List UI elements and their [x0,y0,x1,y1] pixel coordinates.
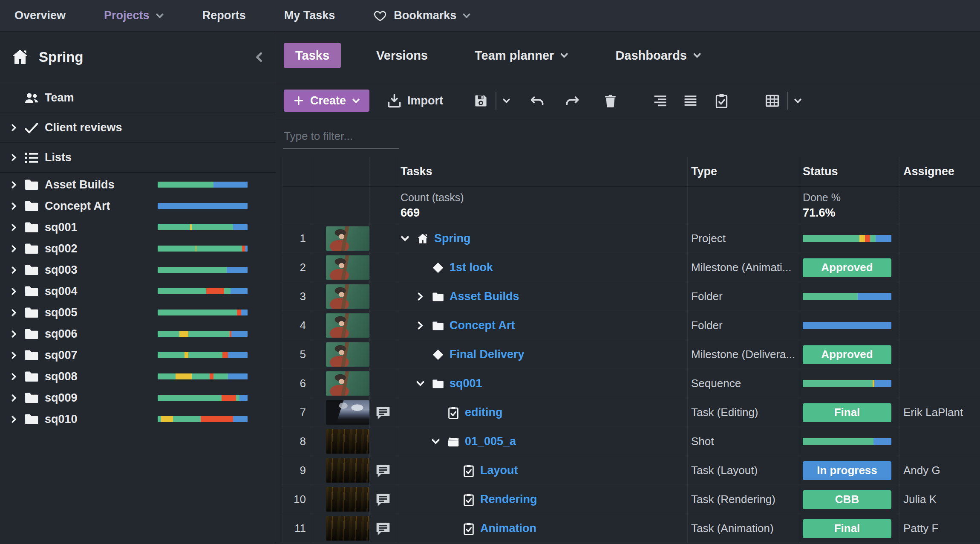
nav-item-reports[interactable]: Reports [202,9,246,22]
grid-options-caret-icon[interactable] [794,97,802,105]
delete-icon[interactable] [602,93,618,109]
redo-icon[interactable] [565,93,580,109]
bar-segment-blue [231,331,248,337]
column-header-status[interactable]: Status [800,157,899,186]
tab-dashboards[interactable]: Dashboards [604,43,713,68]
expand-caret-icon[interactable] [10,287,18,295]
expand-caret-icon[interactable] [10,202,18,210]
tab-tasks[interactable]: Tasks [284,43,341,68]
expand-caret-icon[interactable] [10,330,18,338]
sidebar-item-sq006[interactable]: sq006 [0,323,276,344]
expand-caret-icon[interactable] [10,153,18,162]
task-link[interactable]: Spring [434,232,471,245]
task-link[interactable]: sq001 [450,377,482,390]
sidebar-item-client-reviews[interactable]: Client reviews [0,113,276,143]
expand-caret-icon[interactable] [431,437,440,446]
table-grid-icon[interactable] [764,93,780,109]
task-link[interactable]: 1st look [450,261,493,274]
tab-team-planner[interactable]: Team planner [463,43,580,68]
sidebar-item-sq009[interactable]: sq009 [0,387,276,408]
sidebar-item-sq007[interactable]: sq007 [0,344,276,366]
chevron-down-icon [560,51,568,60]
status-badge[interactable]: CBB [803,490,891,509]
status-badge[interactable]: Approved [803,258,891,277]
expand-caret-icon[interactable] [416,321,425,330]
nav-item-my-tasks[interactable]: My Tasks [284,9,335,22]
column-header-tasks[interactable]: Tasks [396,157,687,186]
sidebar-item-sq008[interactable]: sq008 [0,366,276,387]
column-header-assignee[interactable]: Assignee [899,157,980,186]
expand-caret-icon[interactable] [10,373,18,381]
note-icon[interactable] [375,491,392,508]
justify-lines-icon[interactable] [683,93,698,109]
expand-caret-icon[interactable] [10,394,18,402]
status-badge[interactable]: Approved [803,345,891,364]
sidebar-item-sq002[interactable]: sq002 [0,238,276,259]
task-link[interactable]: editing [465,406,503,419]
task-link[interactable]: Animation [480,522,536,535]
expand-caret-icon[interactable] [416,379,425,388]
create-button[interactable]: Create [284,90,369,112]
thumbnail[interactable] [326,487,369,512]
thumbnail[interactable] [326,458,369,483]
thumbnail[interactable] [326,400,369,425]
task-link[interactable]: Rendering [480,493,537,506]
sidebar-item-sq001[interactable]: sq001 [0,217,276,238]
sidebar-collapse-button[interactable] [254,52,265,63]
thumbnail[interactable] [326,226,369,251]
save-icon[interactable] [473,93,489,109]
task-link[interactable]: Concept Art [450,319,515,332]
thumbnail[interactable] [326,342,369,367]
note-icon[interactable] [375,520,392,537]
expand-caret-icon[interactable] [10,309,18,317]
status-cell [800,427,899,456]
status-badge[interactable]: Final [803,403,891,422]
expand-caret-icon[interactable] [10,415,18,423]
thumbnail[interactable] [326,371,369,396]
note-icon[interactable] [375,404,392,421]
sidebar-item-sq010[interactable]: sq010 [0,408,276,430]
thumbnail[interactable] [326,255,369,280]
thumbnail[interactable] [326,284,369,309]
thumbnail[interactable] [326,516,369,541]
sidebar-item-team[interactable]: Team [0,83,276,113]
row-height-icon[interactable] [652,93,668,109]
expand-caret-icon[interactable] [416,292,425,301]
import-button[interactable]: Import [386,93,443,109]
task-link[interactable]: Layout [480,464,518,477]
clipboard-check-icon[interactable] [714,93,729,109]
nav-item-projects[interactable]: Projects [104,9,164,22]
expand-caret-icon[interactable] [10,245,18,253]
expand-caret-icon[interactable] [401,234,409,243]
expand-caret-icon[interactable] [10,223,18,231]
undo-icon[interactable] [529,93,545,109]
filter-input[interactable] [283,127,399,149]
note-icon[interactable] [375,462,392,479]
thumbnail[interactable] [326,429,369,454]
nav-item-bookmarks[interactable]: Bookmarks [373,9,471,23]
nav-item-overview[interactable]: Overview [14,9,66,22]
sidebar-item-sq004[interactable]: sq004 [0,281,276,302]
row-number: 4 [282,311,313,340]
status-badge[interactable]: Final [803,519,891,538]
task-link[interactable]: Final Delivery [450,348,525,361]
column-header-type[interactable]: Type [687,157,800,186]
thumbnail[interactable] [326,313,369,338]
save-options-caret-icon[interactable] [502,97,510,105]
sidebar-item-lists[interactable]: Lists [0,143,276,173]
sidebar-item-sq005[interactable]: sq005 [0,302,276,323]
tab-versions[interactable]: Versions [365,43,439,68]
sidebar-item-asset-builds[interactable]: Asset Builds [0,174,276,195]
task-link[interactable]: Asset Builds [450,290,519,303]
expand-caret-icon[interactable] [10,351,18,359]
sidebar-item-label: sq006 [45,327,78,341]
table-row: 3Asset BuildsFolder [282,282,980,311]
task-link[interactable]: 01_005_a [465,435,516,448]
sidebar-item-sq003[interactable]: sq003 [0,259,276,281]
expand-caret-icon[interactable] [10,266,18,274]
expand-caret-icon[interactable] [10,181,18,189]
status-badge[interactable]: In progress [803,461,891,480]
thumbnail-cell [313,224,369,253]
expand-caret-icon[interactable] [10,124,18,132]
sidebar-item-concept-art[interactable]: Concept Art [0,195,276,217]
